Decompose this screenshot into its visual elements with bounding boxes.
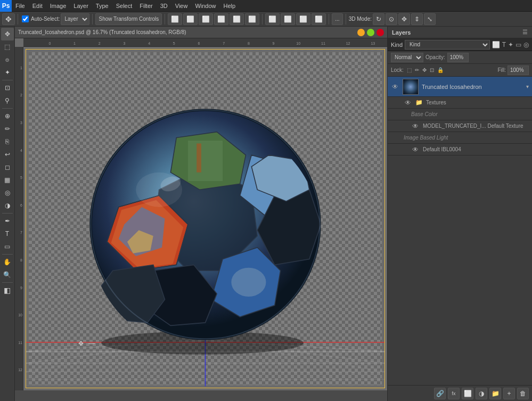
- toolbar-sep-4: [262, 14, 263, 24]
- options-toolbar: ✥ Auto-Select: Layer Group Show Transfor…: [0, 12, 532, 27]
- filter-type-icon[interactable]: ✦: [508, 41, 513, 48]
- lock-move-icon[interactable]: ✥: [422, 67, 427, 73]
- menu-select[interactable]: Select: [112, 2, 136, 10]
- toolbar-sep-6: [346, 14, 346, 24]
- tools-panel: ✥ ⬚ ⌾ ✦ ⊡ ⚲ ⊕ ✏ ⎘ ↩ ◻ ▦ ◎ ◑ ✒ T ▭ ✋ 🔍 ◧: [0, 27, 15, 401]
- group-btn[interactable]: 📁: [489, 388, 501, 399]
- show-transform-btn[interactable]: Show Transform Controls: [95, 13, 162, 25]
- right-panel: Layers ☰ Kind Kind ⬜ T ✦ ▭ ◎: [387, 27, 532, 401]
- adjustment-btn[interactable]: ◑: [476, 388, 487, 399]
- align-bottom-btn[interactable]: ⬜: [245, 13, 259, 25]
- menu-window[interactable]: Window: [191, 2, 219, 10]
- menu-image[interactable]: Image: [46, 2, 70, 10]
- dist-btn-3[interactable]: ⬜: [296, 13, 310, 25]
- 3d-scale-btn[interactable]: ⤡: [424, 13, 436, 25]
- lock-transparent-icon[interactable]: ⬚: [407, 67, 412, 73]
- menu-view[interactable]: View: [171, 2, 192, 10]
- fill-label: Fill:: [497, 67, 506, 73]
- zoom-tool[interactable]: 🔍: [1, 268, 14, 281]
- layer-eye-main[interactable]: 👁: [391, 83, 399, 91]
- toolbar-sep-1: [18, 14, 18, 24]
- auto-select-dropdown[interactable]: Layer Group: [61, 13, 89, 25]
- canvas-maximize-btn[interactable]: [367, 29, 374, 36]
- menu-edit[interactable]: Edit: [29, 2, 46, 10]
- fill-value[interactable]: [508, 66, 529, 75]
- layer-eye-textures[interactable]: 👁: [404, 99, 412, 107]
- sub-layer-default-texture[interactable]: 👁 MODEL_TRUNCATED_I... Default Texture: [388, 120, 532, 132]
- more-options-btn[interactable]: ...: [332, 13, 342, 25]
- lock-label: Lock:: [391, 67, 404, 73]
- 3d-roll-btn[interactable]: ⊙: [386, 13, 397, 25]
- marquee-tool[interactable]: ⬚: [1, 40, 14, 53]
- filter-shape-icon[interactable]: ▭: [515, 41, 521, 48]
- layer-eye-ibl-default[interactable]: 👁: [411, 146, 420, 153]
- opacity-value[interactable]: [447, 53, 469, 62]
- gradient-tool[interactable]: ▦: [1, 174, 14, 186]
- canvas-close-btn[interactable]: [377, 29, 384, 36]
- align-left-btn[interactable]: ⬜: [168, 13, 182, 25]
- dist-btn-1[interactable]: ⬜: [265, 13, 280, 25]
- menu-3d[interactable]: 3D: [157, 2, 171, 10]
- 3d-rotate-btn[interactable]: ↻: [373, 13, 384, 25]
- align-middle-btn[interactable]: ⬜: [230, 13, 244, 25]
- panel-menu-icon[interactable]: ☰: [522, 29, 528, 36]
- layer-item-main[interactable]: 👁 Truncated Icosahedron ▾: [388, 77, 532, 97]
- move-tool[interactable]: ✥: [1, 28, 14, 40]
- 3d-slide-btn[interactable]: ⇕: [411, 13, 423, 25]
- sub-layer-base-color[interactable]: Base Color: [388, 109, 532, 120]
- eyedropper-tool[interactable]: ⚲: [1, 94, 14, 107]
- fg-bg-colors[interactable]: ◧: [1, 284, 14, 297]
- pen-tool[interactable]: ✒: [1, 215, 14, 227]
- new-layer-btn[interactable]: +: [503, 388, 515, 399]
- lock-paint-icon[interactable]: ✏: [415, 67, 419, 73]
- align-top-btn[interactable]: ⬜: [214, 13, 228, 25]
- hand-tool[interactable]: ✋: [1, 256, 14, 268]
- kind-dropdown[interactable]: Kind: [405, 40, 490, 50]
- stamp-tool[interactable]: ⎘: [1, 135, 14, 148]
- 3d-pan-btn[interactable]: ✥: [398, 13, 410, 25]
- filter-smart-icon[interactable]: ◎: [523, 41, 529, 48]
- shape-tool[interactable]: ▭: [1, 240, 14, 253]
- link-layers-btn[interactable]: 🔗: [434, 388, 446, 399]
- menu-file[interactable]: File: [12, 2, 29, 10]
- delete-layer-btn[interactable]: 🗑: [517, 388, 529, 399]
- dist-btn-4[interactable]: ⬜: [312, 13, 326, 25]
- fx-btn[interactable]: fx: [448, 388, 460, 399]
- blur-tool[interactable]: ◎: [1, 186, 14, 199]
- lock-artboard-icon[interactable]: ⊡: [430, 67, 434, 73]
- sub-layer-ibl[interactable]: Image Based Light: [388, 132, 532, 144]
- mask-btn[interactable]: ⬜: [462, 388, 473, 399]
- sub-layer-ibl-default[interactable]: 👁 Default IBL0004: [388, 144, 532, 156]
- layers-search-row: Kind Kind ⬜ T ✦ ▭ ◎: [388, 38, 532, 51]
- ruler-top: 0 1 2 3 4 5 6 7 8 9 10 11 12 13: [23, 38, 387, 47]
- text-tool[interactable]: T: [1, 227, 14, 240]
- align-center-btn[interactable]: ⬜: [183, 13, 198, 25]
- magic-wand-tool[interactable]: ✦: [1, 66, 14, 79]
- filter-pixel-icon[interactable]: ⬜: [492, 41, 500, 48]
- align-right-btn[interactable]: ⬜: [199, 13, 213, 25]
- menu-filter[interactable]: Filter: [136, 2, 156, 10]
- move-tool-btn[interactable]: ✥: [2, 13, 15, 25]
- dodge-tool[interactable]: ◑: [1, 199, 14, 212]
- history-brush[interactable]: ↩: [1, 148, 14, 161]
- heal-tool[interactable]: ⊕: [1, 110, 14, 122]
- canvas-minimize-btn[interactable]: [357, 29, 365, 36]
- crop-tool[interactable]: ⊡: [1, 81, 14, 94]
- blend-mode-dropdown[interactable]: Normal Multiply Screen Overlay: [391, 53, 423, 62]
- menu-help[interactable]: Help: [220, 2, 240, 10]
- menu-layer[interactable]: Layer: [70, 2, 92, 10]
- layer-expand-main[interactable]: ▾: [526, 84, 529, 89]
- layer-eye-default-texture[interactable]: 👁: [411, 122, 420, 130]
- canvas-content[interactable]: 0 1 2 3 4 5 6 7 8 9 10 11 12 13: [15, 38, 387, 390]
- eraser-tool[interactable]: ◻: [1, 161, 14, 174]
- filter-adj-icon[interactable]: T: [502, 41, 506, 48]
- layer-name-main: Truncated Icosahedron: [422, 84, 523, 90]
- lock-all-icon[interactable]: 🔒: [437, 67, 444, 73]
- dist-btn-2[interactable]: ⬜: [281, 13, 295, 25]
- sub-layer-textures[interactable]: 👁 📁 Textures: [388, 97, 532, 109]
- toolbar-sep-2: [92, 14, 93, 24]
- menu-type[interactable]: Type: [92, 2, 112, 10]
- lasso-tool[interactable]: ⌾: [1, 53, 14, 66]
- brush-tool[interactable]: ✏: [1, 122, 14, 135]
- auto-select-checkbox[interactable]: [22, 15, 29, 22]
